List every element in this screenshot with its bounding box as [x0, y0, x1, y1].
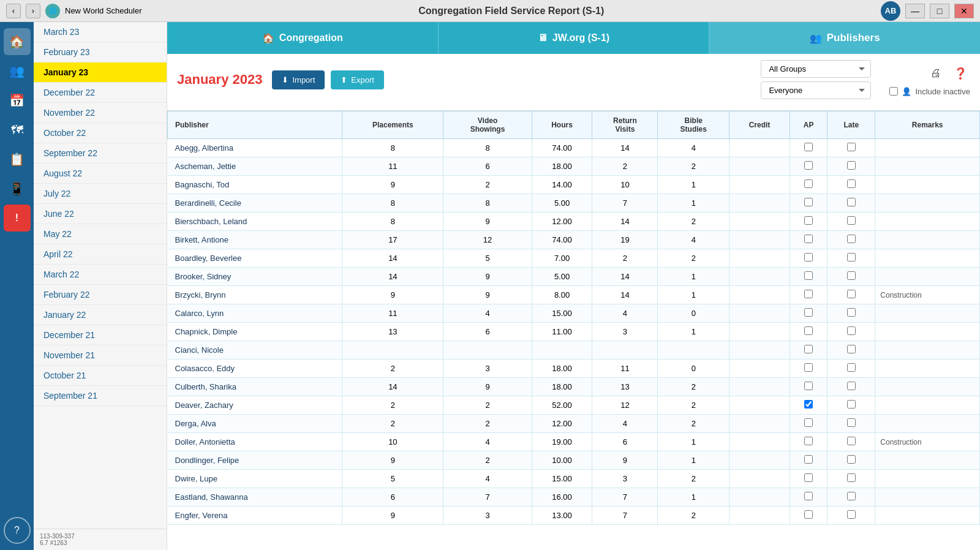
- late-checkbox[interactable]: [847, 510, 856, 519]
- tab-jworg[interactable]: 🖥 JW.org (S-1): [439, 22, 710, 54]
- month-item[interactable]: October 21: [34, 366, 167, 386]
- import-button[interactable]: ⬇ Import: [272, 70, 325, 89]
- tab-congregation[interactable]: 🏠 Congregation: [167, 22, 439, 54]
- sidebar-alert[interactable]: !: [4, 205, 31, 232]
- sidebar-reports[interactable]: 📋: [4, 146, 31, 173]
- month-item[interactable]: November 21: [34, 345, 167, 366]
- late-checkbox[interactable]: [847, 271, 856, 280]
- late-checkbox[interactable]: [847, 418, 856, 427]
- table-cell: 11.00: [532, 323, 592, 341]
- month-item[interactable]: June 22: [34, 204, 167, 224]
- late-checkbox[interactable]: [847, 473, 856, 482]
- sidebar-help[interactable]: ?: [4, 517, 31, 544]
- table-row: Dondlinger, Felipe9210.0091: [168, 451, 980, 470]
- month-item[interactable]: March 22: [34, 265, 167, 285]
- month-item[interactable]: September 22: [34, 143, 167, 164]
- month-item[interactable]: December 22: [34, 83, 167, 103]
- month-item[interactable]: January 23: [34, 62, 167, 83]
- sidebar-map[interactable]: 🗺: [4, 116, 31, 143]
- avatar-button[interactable]: AB: [881, 1, 900, 21]
- late-checkbox[interactable]: [847, 455, 856, 464]
- maximize-button[interactable]: □: [930, 4, 949, 18]
- tab-publishers[interactable]: 👥 Publishers: [709, 22, 980, 54]
- late-checkbox[interactable]: [847, 290, 856, 298]
- ap-checkbox[interactable]: [804, 437, 813, 445]
- ap-checkbox[interactable]: [804, 400, 813, 409]
- table-cell: 74.00: [532, 231, 592, 249]
- ap-checkbox[interactable]: [804, 179, 813, 188]
- month-item[interactable]: September 21: [34, 386, 167, 406]
- late-checkbox[interactable]: [847, 143, 856, 151]
- table-row: Calarco, Lynn11415.0040: [168, 304, 980, 323]
- late-checkbox[interactable]: [847, 400, 856, 409]
- table-cell: 12: [443, 231, 532, 249]
- late-checkbox[interactable]: [847, 492, 856, 500]
- help-button[interactable]: ❓: [951, 64, 970, 83]
- ap-checkbox[interactable]: [804, 326, 813, 335]
- late-checkbox[interactable]: [847, 253, 856, 262]
- table-cell: Berardinelli, Cecile: [168, 194, 342, 213]
- ap-checkbox[interactable]: [804, 382, 813, 390]
- sidebar-people[interactable]: 👥: [4, 58, 31, 85]
- ap-checkbox[interactable]: [804, 492, 813, 500]
- month-item[interactable]: October 22: [34, 123, 167, 143]
- ap-checkbox[interactable]: [804, 235, 813, 243]
- month-item[interactable]: February 22: [34, 285, 167, 305]
- ap-checkbox[interactable]: [804, 198, 813, 206]
- month-item[interactable]: December 21: [34, 325, 167, 345]
- late-checkbox[interactable]: [847, 198, 856, 206]
- ap-checkbox[interactable]: [804, 418, 813, 427]
- table-row: Dwire, Lupe5415.0032: [168, 470, 980, 488]
- ap-checkbox[interactable]: [804, 345, 813, 353]
- remarks-cell: [875, 194, 980, 213]
- print-button[interactable]: 🖨: [926, 64, 946, 83]
- late-checkbox[interactable]: [847, 235, 856, 243]
- col-remarks: Remarks: [875, 111, 980, 139]
- sidebar-calendar[interactable]: 📅: [4, 87, 31, 114]
- group-filter-select[interactable]: All Groups: [761, 60, 871, 78]
- late-checkbox[interactable]: [847, 437, 856, 445]
- main-layout: 🏠 👥 📅 🗺 📋 📱 ! ? March 23February 23Janua…: [0, 22, 980, 550]
- ap-checkbox[interactable]: [804, 290, 813, 298]
- ap-checkbox[interactable]: [804, 161, 813, 170]
- nav-forward-button[interactable]: ›: [26, 4, 40, 18]
- late-checkbox[interactable]: [847, 161, 856, 170]
- late-checkbox[interactable]: [847, 308, 856, 317]
- ap-checkbox[interactable]: [804, 510, 813, 519]
- sidebar-home[interactable]: 🏠: [4, 28, 31, 55]
- close-button[interactable]: ✕: [954, 4, 974, 18]
- ap-checkbox[interactable]: [804, 455, 813, 464]
- minimize-button[interactable]: —: [905, 4, 925, 18]
- sidebar-mobile[interactable]: 📱: [4, 175, 31, 202]
- table-row: Eastland, Shawanna6716.0071: [168, 488, 980, 507]
- month-item[interactable]: July 22: [34, 184, 167, 204]
- ap-checkbox[interactable]: [804, 253, 813, 262]
- month-item[interactable]: November 22: [34, 103, 167, 123]
- month-item[interactable]: January 22: [34, 305, 167, 325]
- month-item[interactable]: May 22: [34, 224, 167, 244]
- ap-checkbox[interactable]: [804, 271, 813, 280]
- ap-checkbox[interactable]: [804, 473, 813, 482]
- late-checkbox[interactable]: [847, 363, 856, 372]
- month-item[interactable]: February 23: [34, 42, 167, 62]
- month-item[interactable]: March 23: [34, 22, 167, 42]
- late-checkbox[interactable]: [847, 345, 856, 353]
- nav-back-button[interactable]: ‹: [6, 4, 21, 18]
- table-cell: Deaver, Zachary: [168, 396, 342, 415]
- late-checkbox[interactable]: [847, 179, 856, 188]
- include-inactive-checkbox[interactable]: [889, 87, 898, 96]
- remarks-cell: [875, 304, 980, 323]
- ap-checkbox[interactable]: [804, 363, 813, 372]
- month-item[interactable]: August 22: [34, 164, 167, 184]
- export-button[interactable]: ⬆ Export: [331, 70, 384, 89]
- late-checkbox[interactable]: [847, 326, 856, 335]
- ap-checkbox[interactable]: [804, 308, 813, 317]
- late-checkbox[interactable]: [847, 382, 856, 390]
- ap-checkbox[interactable]: [804, 216, 813, 225]
- ap-checkbox[interactable]: [804, 143, 813, 151]
- late-checkbox[interactable]: [847, 216, 856, 225]
- col-bible-studies: BibleStudies: [658, 111, 729, 139]
- month-item[interactable]: April 22: [34, 244, 167, 265]
- everyone-filter-select[interactable]: Everyone: [761, 81, 871, 99]
- table-cell: 12.00: [532, 213, 592, 231]
